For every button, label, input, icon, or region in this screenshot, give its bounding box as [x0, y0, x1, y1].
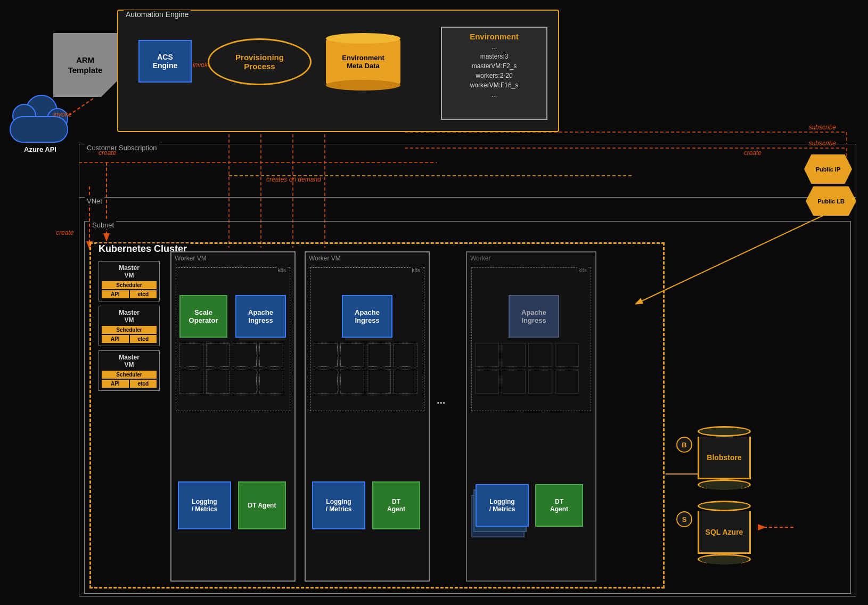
- architecture-diagram: Automation Engine Environment ... master…: [0, 0, 868, 605]
- api-2: API: [102, 335, 129, 343]
- provisioning-process-label: ProvisioningProcess: [235, 53, 284, 71]
- azure-api-cloud: [4, 100, 73, 143]
- pod-1c: [233, 343, 257, 367]
- pod-2c: [367, 343, 391, 367]
- subnet-label: Subnet: [90, 221, 116, 229]
- k8s-label-2: k8s: [411, 267, 421, 273]
- pod-3e: [475, 370, 499, 394]
- blobstore-label: Blobstore: [707, 453, 741, 462]
- pod-3b: [502, 343, 526, 367]
- apache-ingress-3-label: ApacheIngress: [521, 308, 546, 324]
- worker-vm-2-box: Worker VM k8s ApacheIngress Logging/ Met…: [305, 251, 430, 582]
- scale-operator-label: Scale Operator: [181, 308, 226, 324]
- pod-1g: [233, 370, 257, 394]
- master-vm-column: MasterVM Scheduler API etcd MasterVM Sch…: [99, 261, 160, 391]
- k8s-label-3: k8s: [577, 267, 588, 273]
- apache-ingress-2-box: ApacheIngress: [342, 295, 392, 338]
- dt-agent-3-box: DTAgent: [535, 484, 583, 527]
- master-vm-3-title: MasterVM: [102, 354, 157, 369]
- create-label-1: create: [99, 149, 116, 157]
- pod-2a: [314, 343, 338, 367]
- scale-operator-box: Scale Operator: [179, 295, 227, 338]
- pod-3f: [502, 370, 526, 394]
- pod-3g: [528, 370, 552, 394]
- worker-3-label: Worker: [467, 252, 595, 264]
- master-vm-3-components: Scheduler API etcd: [102, 371, 157, 388]
- apache-ingress-1-label: ApacheIngress: [248, 308, 273, 324]
- scheduler-3: Scheduler: [102, 371, 157, 379]
- pod-1e: [179, 370, 203, 394]
- master-vm-2-components: Scheduler API etcd: [102, 326, 157, 343]
- public-lb-label: Public LB: [817, 198, 845, 205]
- logging-metrics-3-box: Logging/ Metrics: [476, 484, 529, 527]
- dt-agent-2-box: DTAgent: [372, 481, 420, 529]
- pod-2h: [394, 370, 417, 394]
- etcd-1: etcd: [130, 290, 157, 298]
- etcd-3: etcd: [130, 380, 157, 388]
- sql-top: [698, 501, 751, 511]
- worker-vm-1-label: Worker VM: [171, 252, 294, 264]
- sql-bottom: [698, 554, 751, 565]
- logging-metrics-2-box: Logging/ Metrics: [312, 481, 365, 529]
- scheduler-2: Scheduler: [102, 326, 157, 334]
- creates-on-demand-label: creates on demand: [266, 176, 321, 183]
- azure-api-label: Azure API: [24, 145, 56, 153]
- worker-3-box: Worker k8s ApacheIngress Logging/ Metric…: [466, 251, 596, 582]
- create-label-3: create: [56, 229, 73, 236]
- acs-engine-label: ACSEngine: [153, 53, 178, 70]
- k8s-label-1: k8s: [276, 267, 287, 273]
- automation-engine-label: Automation Engine: [124, 10, 191, 19]
- vnet-label: VNet: [85, 197, 104, 205]
- env-metadata-label: EnvironmentMeta Data: [342, 54, 384, 70]
- master-vm-1-title: MasterVM: [102, 264, 157, 279]
- master-vm-1: MasterVM Scheduler API etcd: [99, 261, 160, 301]
- dt-agent-1-box: DT Agent: [238, 481, 286, 529]
- pod-3h: [555, 370, 579, 394]
- ellipsis-workers: ...: [437, 394, 446, 406]
- pod-2f: [340, 370, 364, 394]
- blobstore-badge: B: [676, 437, 692, 453]
- pod-3c: [528, 343, 552, 367]
- sql-azure-label: SQL Azure: [706, 528, 743, 536]
- invoke-label-azure: invoke: [53, 111, 72, 118]
- blobstore-storage: Blobstore: [698, 426, 751, 490]
- pod-2g: [367, 370, 391, 394]
- apache-ingress-2-label: ApacheIngress: [355, 308, 380, 324]
- create-label-2: create: [744, 149, 761, 157]
- provisioning-process-box: ProvisioningProcess: [208, 38, 312, 85]
- dt-agent-2-label: DTAgent: [387, 498, 405, 513]
- logging-metrics-1-box: Logging/ Metrics: [178, 481, 231, 529]
- arm-template-box: ARMTemplate: [53, 33, 117, 97]
- public-ip-label: Public IP: [816, 166, 840, 173]
- subscribe-label-1: subscribe: [809, 124, 836, 131]
- azure-api-area: Azure API: [4, 100, 76, 153]
- public-lb-box: Public LB: [806, 186, 856, 216]
- sql-azure-storage: SQL Azure: [698, 501, 751, 565]
- public-ip-box: Public IP: [804, 154, 852, 184]
- api-etcd-1: API etcd: [102, 290, 157, 298]
- master-vm-2-title: MasterVM: [102, 309, 157, 324]
- pod-3a: [475, 343, 499, 367]
- dt-agent-3-label: DTAgent: [550, 498, 568, 513]
- api-1: API: [102, 290, 129, 298]
- customer-subscription-label: Customer Subscription: [85, 144, 159, 152]
- dt-agent-1-label: DT Agent: [248, 502, 276, 509]
- logging-metrics-3-label: Logging/ Metrics: [489, 498, 515, 513]
- pod-1d: [259, 343, 283, 367]
- pod-2e: [314, 370, 338, 394]
- worker-vm-1-box: Worker VM k8s Scale Operator ApacheIngre…: [170, 251, 296, 582]
- apache-ingress-1-box: ApacheIngress: [235, 295, 286, 338]
- environment-title: Environment: [446, 32, 542, 41]
- pod-3d: [555, 343, 579, 367]
- pod-2d: [394, 343, 417, 367]
- logging-metrics-1-label: Logging/ Metrics: [192, 498, 218, 513]
- blobstore-bottom: [698, 479, 751, 490]
- apache-ingress-3-box: ApacheIngress: [509, 295, 559, 338]
- scheduler-1: Scheduler: [102, 281, 157, 289]
- api-etcd-2: API etcd: [102, 335, 157, 343]
- worker-vm-2-label: Worker VM: [306, 252, 429, 264]
- master-vm-1-components: Scheduler API etcd: [102, 281, 157, 298]
- blobstore-badge-label: B: [682, 441, 686, 449]
- acs-engine-box: ACSEngine: [138, 40, 192, 83]
- logging-metrics-2-label: Logging/ Metrics: [326, 498, 352, 513]
